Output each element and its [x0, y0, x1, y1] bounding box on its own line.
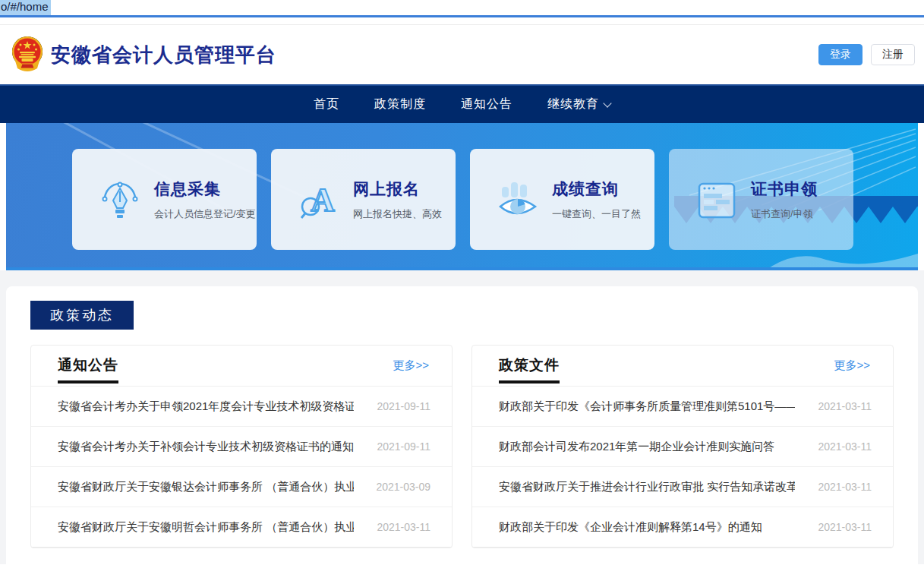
eye-chart-icon: [497, 179, 538, 220]
policy-docs-panel: 政策文件 更多>> 财政部关于印发《会计师事务所质量管理准则第5101号——..…: [471, 345, 894, 548]
card-title: 证书申领: [751, 178, 818, 200]
url-selected-text[interactable]: o/#/home: [0, 0, 51, 15]
letter-a-magnifier-icon: A: [298, 179, 339, 220]
card-subtitle: 网上报名快捷、高效: [353, 207, 442, 221]
hero-cards: 信息采集 会计人员信息登记/变更 A 网上报名 网上报名快捷、高效: [72, 149, 853, 250]
card-subtitle: 一键查询、一目了然: [552, 207, 641, 221]
pen-nib-icon: [99, 179, 140, 220]
notices-panel-title: 通知公告: [58, 355, 118, 384]
certificate-window-icon: [696, 179, 737, 220]
policy-docs-more-link[interactable]: 更多>>: [834, 358, 870, 373]
notices-more-link[interactable]: 更多>>: [393, 358, 429, 373]
nav-item-policy[interactable]: 政策制度: [374, 96, 426, 112]
list-item[interactable]: 安徽省财政厅关于安徽银达会计师事务所 （普通合伙）执业... 2021-03-0…: [31, 467, 452, 507]
list-item[interactable]: 财政部关于印发《企业会计准则解释第14号》的通知 2021-03-11: [472, 507, 893, 548]
list-item[interactable]: 安徽省会计考办关于补领会计专业技术初级资格证书的通知 2021-09-11: [31, 427, 452, 467]
lower-section: 政策动态 通知公告 更多>> 安徽省会计考办关于申领2021年度会计专业技术初级…: [0, 270, 924, 564]
site-header: 安徽省会计人员管理平台 登录 注册: [0, 25, 924, 84]
notices-panel: 通知公告 更多>> 安徽省会计考办关于申领2021年度会计专业技术初级资格证..…: [30, 345, 453, 548]
list-item[interactable]: 安徽省财政厅关于安徽明哲会计师事务所 （普通合伙）执业... 2021-03-1…: [31, 507, 452, 548]
card-online-registration[interactable]: A 网上报名 网上报名快捷、高效: [271, 149, 456, 250]
nav-item-continuing-education[interactable]: 继续教育: [547, 96, 610, 112]
card-title: 网上报名: [353, 178, 442, 200]
card-subtitle: 会计人员信息登记/变更: [154, 207, 256, 221]
card-subtitle: 证书查询/申领: [751, 207, 818, 221]
nav-item-home[interactable]: 首页: [314, 96, 339, 112]
card-title: 信息采集: [154, 178, 256, 200]
national-emblem-icon: [11, 35, 43, 74]
content-panel: 政策动态 通知公告 更多>> 安徽省会计考办关于申领2021年度会计专业技术初级…: [6, 286, 918, 564]
list-item[interactable]: 安徽省会计考办关于申领2021年度会计专业技术初级资格证... 2021-09-…: [31, 387, 452, 427]
card-certificate-application[interactable]: 证书申领 证书查询/申领: [669, 149, 853, 250]
main-nav: 首页 政策制度 通知公告 继续教育: [0, 84, 924, 123]
browser-url-bar[interactable]: o/#/home: [0, 0, 924, 15]
policy-news-tab[interactable]: 政策动态: [30, 301, 134, 330]
policy-docs-panel-title: 政策文件: [499, 355, 560, 384]
list-item[interactable]: 财政部关于印发《会计师事务所质量管理准则第5101号——... 2021-03-…: [472, 387, 893, 427]
nav-item-notices[interactable]: 通知公告: [461, 96, 512, 112]
register-button[interactable]: 注册: [871, 44, 915, 65]
chevron-down-icon: [603, 99, 611, 107]
browser-divider: [0, 15, 924, 17]
list-item[interactable]: 财政部会计司发布2021年第一期企业会计准则实施问答 2021-03-11: [472, 427, 893, 467]
hero-banner: 信息采集 会计人员信息登记/变更 A 网上报名 网上报名快捷、高效: [6, 123, 918, 270]
card-info-collection[interactable]: 信息采集 会计人员信息登记/变更: [72, 149, 257, 250]
list-item[interactable]: 安徽省财政厅关于推进会计行业行政审批 实行告知承诺改革... 2021-03-1…: [472, 467, 893, 507]
card-score-inquiry[interactable]: 成绩查询 一键查询、一目了然: [470, 149, 654, 250]
login-button[interactable]: 登录: [818, 44, 863, 65]
card-title: 成绩查询: [552, 178, 641, 200]
site-title: 安徽省会计人员管理平台: [51, 42, 276, 68]
